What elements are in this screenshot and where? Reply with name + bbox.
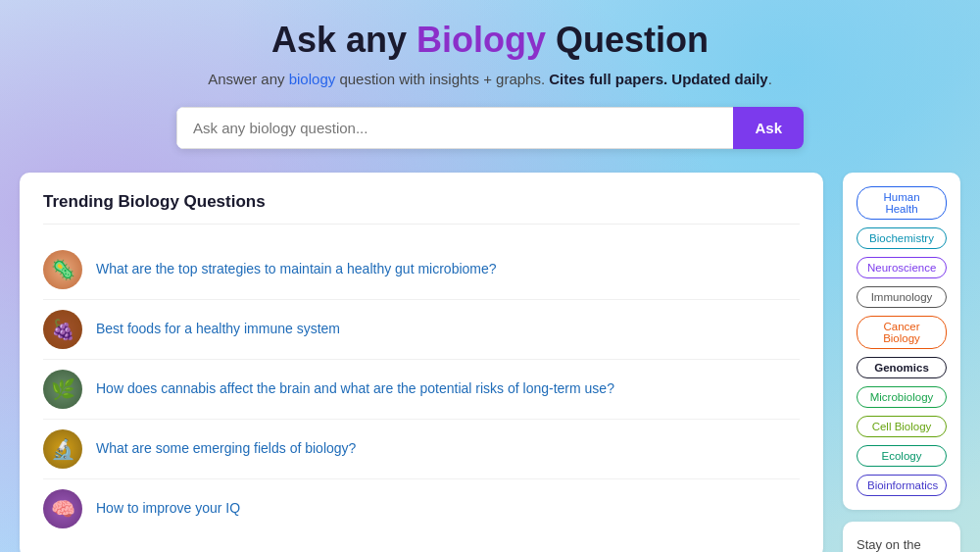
- search-bar: Ask: [176, 107, 804, 149]
- subtitle-end: .: [768, 71, 772, 87]
- subtitle-pre: Answer any: [208, 71, 289, 87]
- question-icon-2: 🍇: [43, 310, 82, 349]
- page-header: Ask any Biology Question Answer any biol…: [208, 20, 772, 87]
- question-icon-4: 🔬: [43, 429, 82, 469]
- tag-biochemistry[interactable]: Biochemistry: [857, 227, 947, 249]
- title-biology: Biology: [416, 20, 546, 60]
- list-item[interactable]: 🧠 How to improve your IQ: [43, 479, 800, 538]
- main-layout: Trending Biology Questions 🦠 What are th…: [20, 173, 960, 552]
- tag-neuroscience[interactable]: Neuroscience: [857, 257, 947, 278]
- subtitle: Answer any biology question with insight…: [208, 71, 772, 87]
- cutting-edge-text: Stay on the Cutting Edge with the: [857, 537, 930, 552]
- subtitle-bold: Cites full papers. Updated daily: [549, 71, 767, 87]
- title-post: Question: [546, 20, 709, 60]
- tag-cell-biology[interactable]: Cell Biology: [857, 416, 947, 437]
- question-link-4[interactable]: What are some emerging fields of biology…: [96, 439, 356, 459]
- trending-question-list: 🦠 What are the top strategies to maintai…: [43, 240, 800, 538]
- tag-immunology[interactable]: Immunology: [857, 286, 947, 308]
- list-item[interactable]: 🍇 Best foods for a healthy immune system: [43, 300, 800, 360]
- tag-bioinformatics[interactable]: Bioinformatics: [857, 475, 947, 496]
- title-pre: Ask any: [271, 20, 416, 60]
- subtitle-mid: question with insights + graphs.: [335, 71, 549, 87]
- question-link-1[interactable]: What are the top strategies to maintain …: [96, 260, 497, 279]
- question-link-5[interactable]: How to improve your IQ: [96, 499, 240, 519]
- left-panel: Trending Biology Questions 🦠 What are th…: [20, 173, 823, 552]
- tag-cancer-biology[interactable]: Cancer Biology: [857, 316, 947, 349]
- trending-card: Trending Biology Questions 🦠 What are th…: [20, 173, 823, 552]
- search-input[interactable]: [176, 107, 733, 149]
- question-link-2[interactable]: Best foods for a healthy immune system: [96, 320, 340, 339]
- list-item[interactable]: 🦠 What are the top strategies to maintai…: [43, 240, 800, 300]
- tag-ecology[interactable]: Ecology: [857, 445, 947, 467]
- question-icon-1: 🦠: [43, 250, 82, 289]
- question-icon-3: 🌿: [43, 370, 82, 409]
- list-item[interactable]: 🔬 What are some emerging fields of biolo…: [43, 420, 800, 479]
- right-panel: Human Health Biochemistry Neuroscience I…: [843, 173, 960, 552]
- question-icon-5: 🧠: [43, 489, 82, 528]
- tag-genomics[interactable]: Genomics: [857, 357, 947, 378]
- trending-title: Trending Biology Questions: [43, 192, 800, 225]
- page-title: Ask any Biology Question: [208, 20, 772, 61]
- question-link-3[interactable]: How does cannabis affect the brain and w…: [96, 379, 614, 399]
- ask-button[interactable]: Ask: [733, 107, 804, 149]
- tags-card: Human Health Biochemistry Neuroscience I…: [843, 173, 960, 510]
- tag-microbiology[interactable]: Microbiology: [857, 386, 947, 408]
- list-item[interactable]: 🌿 How does cannabis affect the brain and…: [43, 360, 800, 420]
- cutting-edge-card: Stay on the Cutting Edge with the: [843, 522, 960, 552]
- subtitle-biology: biology: [289, 71, 336, 87]
- tag-human-health[interactable]: Human Health: [857, 186, 947, 220]
